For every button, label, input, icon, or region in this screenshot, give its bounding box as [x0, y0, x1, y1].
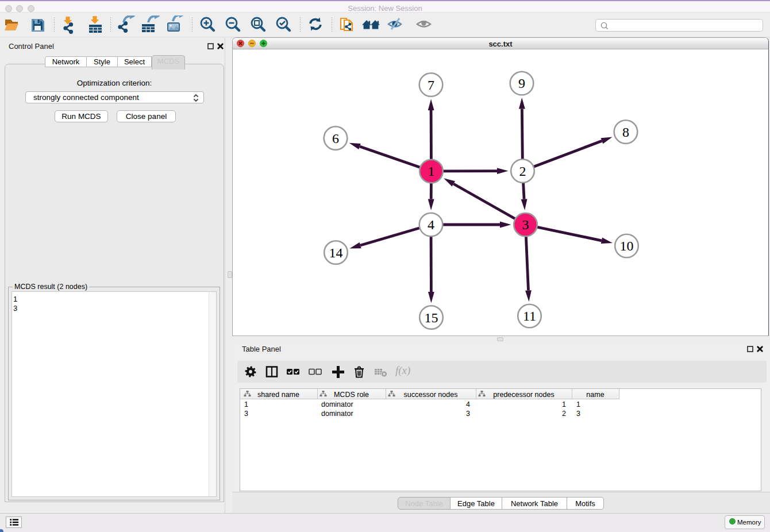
svg-text:11: 11 — [523, 309, 536, 323]
svg-text:10: 10 — [620, 238, 634, 253]
svg-text:9: 9 — [518, 76, 525, 91]
svg-text:7: 7 — [428, 78, 434, 92]
svg-text:15: 15 — [425, 310, 438, 325]
svg-text:1: 1 — [428, 164, 435, 179]
svg-text:3: 3 — [522, 217, 529, 232]
svg-text:2: 2 — [519, 164, 526, 179]
svg-text:14: 14 — [329, 245, 343, 260]
svg-text:6: 6 — [332, 131, 339, 146]
svg-text:4: 4 — [428, 217, 434, 232]
svg-text:8: 8 — [622, 125, 629, 140]
